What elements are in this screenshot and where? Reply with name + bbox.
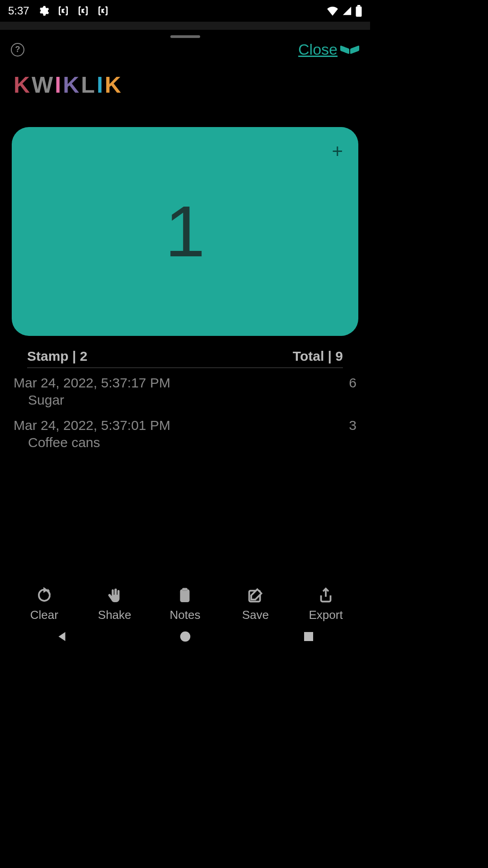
list-item[interactable]: Mar 24, 2022, 5:37:17 PM6Sugar: [14, 375, 357, 408]
list-item[interactable]: Mar 24, 2022, 5:37:01 PM3Coffee cans: [14, 418, 357, 450]
battery-icon: [356, 5, 362, 17]
save-button[interactable]: Save: [226, 587, 285, 622]
notes-label: Notes: [170, 608, 201, 622]
bottom-toolbar: Clear Shake Notes Save Export: [0, 587, 370, 622]
entry-note: Sugar: [14, 392, 357, 408]
share-icon: [318, 587, 334, 604]
bracket-k-icon: [97, 5, 109, 17]
entry-count: 6: [349, 375, 357, 391]
signal-icon: [342, 6, 352, 16]
status-left: 5:37: [8, 5, 109, 17]
svg-rect-1: [357, 5, 361, 6]
entry-timestamp: Mar 24, 2022, 5:37:01 PM: [14, 418, 170, 433]
gear-icon: [38, 5, 49, 17]
bracket-k-icon: [57, 5, 69, 17]
status-notification-icons: [38, 5, 109, 17]
chevron-down-icon: [340, 47, 359, 52]
entry-timestamp: Mar 24, 2022, 5:37:17 PM: [14, 375, 170, 391]
notes-button[interactable]: Notes: [155, 587, 214, 622]
app-logo: KWIKLIK: [14, 72, 357, 98]
svg-rect-2: [180, 590, 190, 603]
entry-count: 3: [349, 418, 357, 433]
clipboard-icon: [177, 587, 193, 604]
system-nav-bar: [0, 622, 370, 651]
clear-label: Clear: [30, 608, 58, 622]
close-label: Close: [298, 41, 338, 58]
shake-button[interactable]: Shake: [85, 587, 144, 622]
svg-rect-4: [182, 588, 188, 591]
logo-row: KWIKLIK: [0, 58, 370, 98]
plus-icon[interactable]: +: [332, 141, 343, 162]
separator-bar: [0, 22, 370, 30]
refresh-icon: [36, 587, 52, 604]
svg-rect-0: [356, 6, 362, 17]
status-right: [327, 5, 362, 17]
counter-card[interactable]: + 1: [12, 127, 358, 336]
wifi-icon: [327, 6, 338, 16]
home-icon[interactable]: [178, 630, 192, 643]
bracket-k-icon: [77, 5, 89, 17]
sheet-header: ? Close: [0, 38, 370, 58]
status-time: 5:37: [8, 5, 29, 17]
counter-value: 1: [165, 190, 205, 273]
shake-label: Shake: [98, 608, 131, 622]
stamp-summary: Stamp | 2: [27, 349, 87, 364]
entry-note: Coffee cans: [14, 435, 357, 450]
help-icon[interactable]: ?: [11, 43, 24, 57]
entries-list: Mar 24, 2022, 5:37:17 PM6SugarMar 24, 20…: [0, 368, 370, 450]
edit-icon: [247, 587, 263, 604]
save-label: Save: [242, 608, 269, 622]
clear-button[interactable]: Clear: [15, 587, 74, 622]
summary-row: Stamp | 2 Total | 9: [27, 336, 343, 368]
total-summary: Total | 9: [293, 349, 343, 364]
export-button[interactable]: Export: [296, 587, 355, 622]
close-button[interactable]: Close: [298, 41, 359, 58]
svg-rect-7: [304, 632, 313, 641]
svg-point-6: [180, 632, 190, 642]
back-icon[interactable]: [55, 630, 69, 643]
hand-icon: [107, 587, 123, 604]
status-bar: 5:37: [0, 0, 370, 22]
export-label: Export: [309, 608, 343, 622]
recents-icon[interactable]: [302, 630, 315, 643]
